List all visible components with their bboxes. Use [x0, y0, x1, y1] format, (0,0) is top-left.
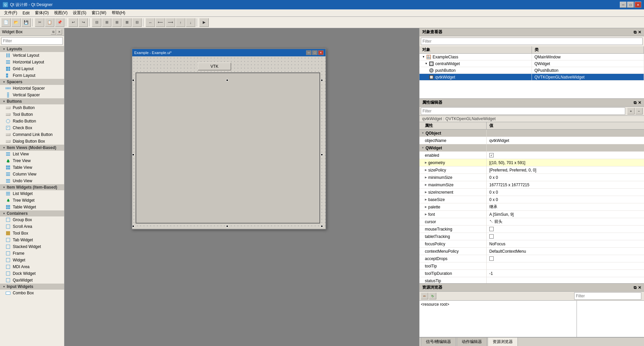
wb-item-tree-view[interactable]: 🌲 Tree View — [0, 157, 64, 164]
obj-row-example-class[interactable]: ▼ 🪟 ExampleClass QMainWindow — [419, 54, 644, 60]
wb-section-item-views[interactable]: ▼ Item Views (Model-Based) — [0, 145, 64, 151]
prop-row-acceptdrops[interactable]: acceptDrops — [419, 255, 644, 262]
acceptdrops-checkbox[interactable] — [489, 256, 494, 261]
resource-filter[interactable] — [574, 292, 641, 300]
minimize-button[interactable]: ─ — [620, 2, 627, 8]
prop-val-sizepolicy[interactable]: [Preferred, Preferred, 0, 0] — [487, 166, 644, 174]
obj-row-push-button[interactable]: 🔘 pushButton QPushButton — [419, 67, 644, 74]
prop-val-maxsize[interactable]: 16777215 x 16777215 — [487, 181, 644, 188]
resource-browser-float[interactable]: ⧉ — [634, 285, 637, 290]
prop-row-basesize[interactable]: ▶ baseSize 0 x 0 — [419, 196, 644, 203]
wb-item-tab-widget[interactable]: Tab Widget — [0, 237, 64, 243]
wb-item-grid-layout[interactable]: Grid Layout — [0, 65, 64, 72]
wb-item-tree-widget[interactable]: 🌲 Tree Widget — [0, 197, 64, 204]
mousetracking-checkbox[interactable] — [489, 227, 494, 231]
wb-item-check-box[interactable]: Check Box — [0, 125, 64, 131]
close-button[interactable]: ✕ — [635, 2, 641, 8]
wb-item-radio-button[interactable]: Radio Button — [0, 118, 64, 125]
wb-item-v-spacer[interactable]: Vertical Spacer — [0, 92, 64, 98]
widget-box-filter[interactable] — [1, 37, 63, 45]
title-controls[interactable]: ─ □ ✕ — [620, 2, 641, 8]
wb-item-list-view[interactable]: List View — [0, 151, 64, 157]
toolbar-layout-v[interactable]: ⊞ — [102, 18, 111, 27]
wb-item-frame[interactable]: Frame — [0, 250, 64, 257]
obj-inspector-filter[interactable] — [421, 38, 643, 45]
prop-filter[interactable] — [421, 107, 625, 115]
prop-row-tablettracking[interactable]: tabletTracking — [419, 233, 644, 240]
tab-action-editor[interactable]: 动作编辑器 — [457, 337, 487, 346]
wb-item-tool-button[interactable]: Tool Button — [0, 111, 64, 118]
prop-row-tooltip[interactable]: toolTip — [419, 262, 644, 270]
resource-browser-close[interactable]: ✕ — [638, 285, 641, 290]
form-maximize-button[interactable]: □ — [312, 50, 317, 55]
toolbar-undo[interactable]: ↩ — [68, 18, 78, 27]
prop-val-tooltipduration[interactable]: -1 — [487, 270, 644, 277]
prop-val-enabled[interactable] — [487, 152, 644, 159]
toolbar-layout-form[interactable]: ⊠ — [122, 18, 132, 27]
menu-window[interactable]: 窗口(W) — [89, 9, 109, 16]
menu-view[interactable]: 视图(V) — [51, 9, 70, 16]
prop-row-sizeincrement[interactable]: ▶ sizeIncrement 0 x 0 — [419, 189, 644, 196]
sel-handle-mr[interactable] — [321, 154, 323, 156]
form-minimize-button[interactable]: ─ — [306, 50, 311, 55]
toolbar-layout-h[interactable]: ⊟ — [92, 18, 101, 27]
prop-val-minsize[interactable]: 0 x 0 — [487, 174, 644, 181]
prop-val-basesize[interactable]: 0 x 0 — [487, 196, 644, 203]
tab-signal-slot[interactable]: 信号/槽编辑器 — [421, 337, 456, 346]
resource-root-item[interactable]: <resource root> — [421, 302, 449, 307]
form-vtk-widget[interactable] — [136, 72, 320, 224]
prop-val-sizeincrement[interactable]: 0 x 0 — [487, 189, 644, 196]
toolbar-align-right[interactable]: ⟶ — [166, 18, 175, 27]
sel-handle-tm[interactable] — [226, 79, 228, 81]
prop-row-minsize[interactable]: ▶ minimumSize 0 x 0 — [419, 174, 644, 181]
prop-section-qobject[interactable]: ▼ QObject — [419, 130, 644, 137]
obj-row-qvtk-widget[interactable]: 🔲 qvtkWidget QVTKOpenGLNativeWidget — [419, 74, 644, 81]
wb-item-form-layout[interactable]: Form Layout — [0, 72, 64, 79]
resource-refresh-btn[interactable]: ↻ — [429, 293, 436, 299]
prop-remove-btn[interactable]: − — [635, 108, 643, 114]
enabled-checkbox[interactable] — [489, 153, 494, 157]
prop-row-maxsize[interactable]: ▶ maximumSize 16777215 x 16777215 — [419, 181, 644, 189]
toolbar-align-left[interactable]: ⟵ — [156, 18, 165, 27]
toolbar-align-top[interactable]: ↑ — [176, 18, 185, 27]
toolbar-preview[interactable]: ▶ — [199, 18, 209, 27]
toolbar-cut[interactable]: ✂ — [35, 18, 44, 27]
sel-handle-tr[interactable] — [321, 79, 323, 81]
wb-section-layouts[interactable]: ▼ Layouts — [0, 46, 64, 52]
wb-item-vertical-layout[interactable]: Vertical Layout — [0, 52, 64, 59]
prop-val-focuspolicy[interactable]: NoFocus — [487, 240, 644, 247]
toolbar-paste[interactable]: 📌 — [55, 18, 64, 27]
toolbar-save[interactable]: 💾 — [21, 18, 31, 27]
toolbar-adjust-size[interactable]: ↔ — [146, 18, 155, 27]
prop-val-mousetracking[interactable] — [487, 226, 644, 233]
prop-val-statustip[interactable] — [487, 277, 644, 283]
wb-item-command-link[interactable]: Command Link Button — [0, 131, 64, 138]
wb-item-tool-box[interactable]: Tool Box — [0, 230, 64, 237]
wb-section-buttons[interactable]: ▼ Buttons — [0, 98, 64, 104]
form-close-button[interactable]: ✕ — [318, 50, 324, 55]
wb-item-group-box[interactable]: Group Box — [0, 216, 64, 223]
prop-row-sizepolicy[interactable]: ▶ sizePolicy [Preferred, Preferred, 0, 0… — [419, 166, 644, 174]
prop-val-palette[interactable]: 继承 — [487, 203, 644, 210]
prop-row-cursor[interactable]: cursor ↖ 箭头 — [419, 218, 644, 226]
wb-section-containers[interactable]: ▼ Containers — [0, 210, 64, 216]
prop-row-contextmenupolicy[interactable]: contextMenuPolicy DefaultContextMenu — [419, 248, 644, 255]
canvas-area[interactable]: Example - Example.ui* ─ □ ✕ VTK — [64, 28, 419, 346]
prop-editor-controls[interactable]: ⧉ ✕ — [634, 100, 641, 105]
prop-row-font[interactable]: ▶ font A [SimSun, 9] — [419, 211, 644, 218]
tab-resource-browser[interactable]: 资源浏览器 — [488, 337, 518, 346]
prop-val-acceptdrops[interactable] — [487, 255, 644, 262]
wb-item-mdi-area[interactable]: MDI Area — [0, 263, 64, 270]
form-titlebar-buttons[interactable]: ─ □ ✕ — [306, 50, 324, 55]
prop-val-geometry[interactable]: [(10, 50), 701 x 591] — [487, 159, 644, 166]
prop-val-tooltip[interactable] — [487, 262, 644, 269]
menu-edit[interactable]: Edit — [20, 10, 32, 16]
toolbar-open[interactable]: 📂 — [11, 18, 21, 27]
prop-row-mousetracking[interactable]: mouseTracking — [419, 226, 644, 233]
prop-val-contextmenupolicy[interactable]: DefaultContextMenu — [487, 248, 644, 255]
obj-row-central-widget[interactable]: ▼ 🔲 centralWidget QWidget — [419, 60, 644, 67]
wb-section-input-widgets[interactable]: ▼ Input Widgets — [0, 284, 64, 290]
wb-item-column-view[interactable]: Column View — [0, 171, 64, 178]
tablettracking-checkbox[interactable] — [489, 234, 494, 239]
prop-add-btn[interactable]: + — [627, 108, 635, 114]
